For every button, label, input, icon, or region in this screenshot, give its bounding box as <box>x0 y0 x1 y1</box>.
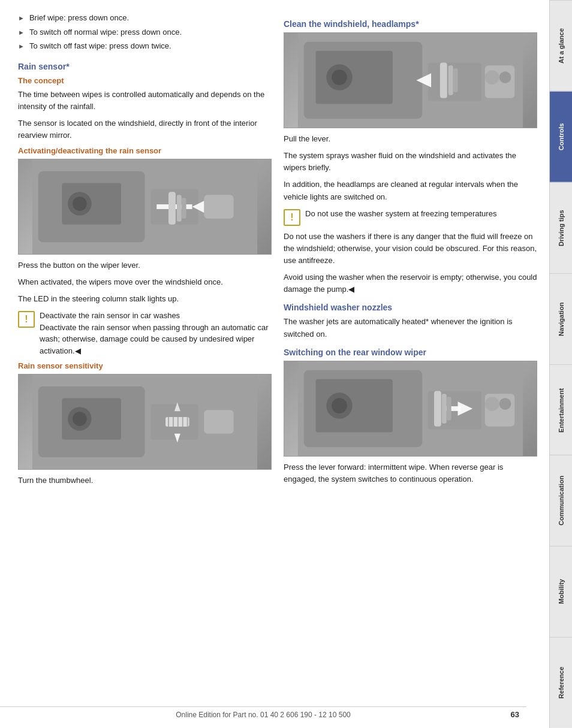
warning3-text1: Do not use the washers if there is any d… <box>284 231 537 267</box>
activating-svg <box>19 159 271 254</box>
svg-point-52 <box>485 397 499 411</box>
activating-image <box>18 159 272 255</box>
bullet-arrow-2: ► <box>18 28 25 38</box>
sidebar-tab-mobility[interactable]: Mobility <box>550 546 572 637</box>
svg-rect-37 <box>453 68 458 92</box>
concept-text1: The time between wipes is controlled aut… <box>18 89 272 113</box>
bullet-text-3: To switch off fast wipe: press down twic… <box>29 40 171 52</box>
rain-sensor-title: Rain sensor* <box>18 62 272 71</box>
warning3-text2: Avoid using the washer when the reservoi… <box>284 271 537 295</box>
warning-text-1: Deactivate the rain sensor in car washes… <box>40 310 272 357</box>
rear-wiper-svg <box>284 361 537 456</box>
sensitivity-caption: Turn the thumbwheel. <box>18 475 272 487</box>
activating-caption1: Press the button on the wiper lever. <box>18 259 272 271</box>
main-content: ► Brief wipe: press down once. ► To swit… <box>0 0 549 728</box>
right-column: Clean the windshield, headlamps* <box>284 12 537 492</box>
clean-text2: The system sprays washer fluid on the wi… <box>284 150 537 174</box>
warning1-line2: Deactivate the rain sensor when passing … <box>40 323 269 355</box>
sidebar-tab-communication[interactable]: Communication <box>550 455 572 546</box>
concept-text2: The sensor is located on the windshield,… <box>18 117 272 141</box>
bullet-arrow-1: ► <box>18 13 25 23</box>
warning-box-2: ! Do not use the washer system at freezi… <box>284 208 537 226</box>
clean-text1: Pull the lever. <box>284 133 537 145</box>
svg-point-53 <box>499 398 511 410</box>
svg-point-38 <box>485 70 499 84</box>
warning-box-1: ! Deactivate the rain sensor in car wash… <box>18 310 272 357</box>
concept-title: The concept <box>18 76 272 85</box>
bullet-text-2: To switch off normal wipe: press down on… <box>29 26 182 38</box>
svg-rect-6 <box>204 195 233 219</box>
sidebar-tab-reference[interactable]: Reference <box>550 637 572 728</box>
bullet-item-3: ► To switch off fast wipe: press down tw… <box>18 40 272 52</box>
rear-wiper-title: Switching on the rear window wiper <box>284 348 537 357</box>
sensitivity-image <box>18 374 272 470</box>
clean-title: Clean the windshield, headlamps* <box>284 19 537 29</box>
sidebar-tab-entertainment[interactable]: Entertainment <box>550 364 572 455</box>
sidebar-tab-controls[interactable]: Controls <box>550 91 572 182</box>
page-number: 63 <box>511 710 519 719</box>
page-footer: Online Edition for Part no. 01 40 2 606 … <box>0 706 526 719</box>
bullet-arrow-3: ► <box>18 41 25 52</box>
sensitivity-title: Rain sensor sensitivity <box>18 361 272 370</box>
bullet-item-2: ► To switch off normal wipe: press down … <box>18 26 272 38</box>
svg-rect-9 <box>168 192 176 224</box>
sidebar-tab-driving-tips[interactable]: Driving tips <box>550 182 572 273</box>
svg-rect-36 <box>448 65 453 95</box>
svg-rect-10 <box>177 195 182 221</box>
svg-point-31 <box>332 70 347 85</box>
svg-rect-11 <box>182 198 186 219</box>
page-wrapper: ► Brief wipe: press down once. ► To swit… <box>0 0 572 728</box>
svg-rect-49 <box>434 391 441 426</box>
bullet-list: ► Brief wipe: press down once. ► To swit… <box>18 12 272 52</box>
svg-rect-35 <box>440 62 447 98</box>
left-column: ► Brief wipe: press down once. ► To swit… <box>18 12 272 492</box>
svg-rect-18 <box>204 410 233 434</box>
sidebar-tab-navigation[interactable]: Navigation <box>550 273 572 364</box>
rear-wiper-image <box>284 361 537 457</box>
svg-point-16 <box>73 412 87 427</box>
sidebar-tab-at-a-glance[interactable]: At a glance <box>550 0 572 91</box>
activating-title: Activating/deactivating the rain sensor <box>18 146 272 155</box>
clean-text3: In addition, the headlamps are cleaned a… <box>284 179 537 203</box>
activating-caption2: When activated, the wipers move over the… <box>18 276 272 288</box>
sidebar: At a glance Controls Driving tips Naviga… <box>549 0 572 728</box>
svg-rect-51 <box>447 397 451 421</box>
svg-point-39 <box>499 71 511 83</box>
two-column-layout: ► Brief wipe: press down once. ► To swit… <box>18 12 537 492</box>
bullet-item-1: ► Brief wipe: press down once. <box>18 12 272 24</box>
sensitivity-svg <box>19 374 271 469</box>
clean-image <box>284 32 537 128</box>
warning-text-2: Do not use the washer system at freezing… <box>305 208 496 220</box>
nozzles-title: Windshield washer nozzles <box>284 303 537 312</box>
warning-icon-2: ! <box>284 209 300 226</box>
activating-caption3: The LED in the steering column stalk lig… <box>18 293 272 305</box>
warning1-line1: Deactivate the rain sensor in car washes <box>40 311 180 320</box>
svg-point-4 <box>73 197 87 211</box>
rear-wiper-text: Press the lever forward: intermittent wi… <box>284 461 537 485</box>
footer-text: Online Edition for Part no. 01 40 2 606 … <box>176 711 351 719</box>
svg-rect-50 <box>442 394 447 423</box>
clean-svg <box>284 33 537 128</box>
svg-point-44 <box>332 398 347 413</box>
warning-icon-1: ! <box>18 311 35 328</box>
nozzles-text: The washer jets are automatically heated… <box>284 316 537 340</box>
bullet-text-1: Brief wipe: press down once. <box>29 12 129 24</box>
